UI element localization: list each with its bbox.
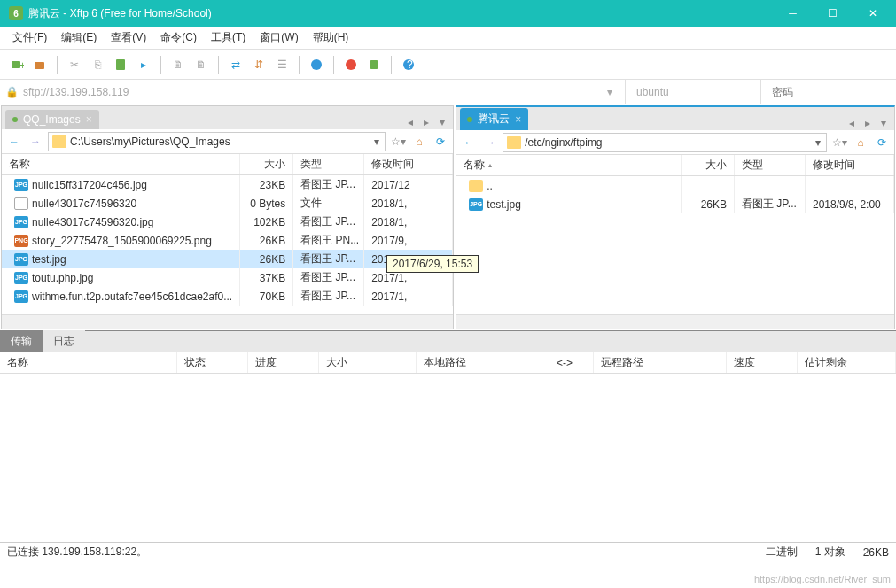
menu-view[interactable]: 查看(V) bbox=[104, 27, 153, 49]
path-dropdown-icon[interactable]: ▾ bbox=[372, 135, 381, 148]
tcol-name[interactable]: 名称 bbox=[0, 352, 177, 373]
forward-icon[interactable]: → bbox=[27, 133, 44, 151]
globe-icon[interactable] bbox=[307, 55, 326, 74]
titlebar: 6 腾讯云 - Xftp 6 (Free for Home/School) ─ … bbox=[0, 0, 896, 27]
star-icon[interactable]: ☆▾ bbox=[389, 133, 407, 151]
col-date[interactable]: 修改时间 bbox=[364, 154, 453, 174]
star-icon[interactable]: ☆▾ bbox=[830, 134, 848, 151]
file-date bbox=[806, 176, 894, 195]
local-path-box[interactable]: C:\Users\my\Pictures\QQ_Images ▾ bbox=[48, 132, 386, 151]
transfer-icon[interactable]: ⇵ bbox=[249, 55, 269, 74]
addressbar: 🔒 sftp://139.199.158.119 ▾ bbox=[0, 80, 896, 104]
sync-icon[interactable]: ⇄ bbox=[226, 55, 245, 74]
txt-icon bbox=[14, 197, 28, 210]
col-name[interactable]: 名称 bbox=[2, 154, 240, 174]
tcol-arrow[interactable]: <-> bbox=[549, 352, 594, 373]
doc1-icon[interactable]: 🗎 bbox=[168, 55, 188, 74]
menu-tools[interactable]: 工具(T) bbox=[204, 27, 253, 49]
svg-rect-6 bbox=[370, 60, 378, 69]
separator bbox=[57, 56, 58, 74]
back-icon[interactable]: ← bbox=[460, 134, 478, 151]
help-icon[interactable]: ? bbox=[399, 55, 418, 74]
doc2-icon[interactable]: 🗎 bbox=[191, 55, 211, 74]
col-name[interactable]: 名称▴ bbox=[456, 155, 682, 175]
tab-next-icon[interactable]: ▸ bbox=[419, 115, 433, 129]
menu-cmd[interactable]: 命令(C) bbox=[153, 27, 204, 49]
file-row[interactable]: JPGtest.jpg26KB看图王 JP...2017/6 bbox=[2, 250, 453, 268]
local-tabs: QQ_Images × ◂ ▸ ▾ bbox=[2, 106, 453, 129]
minimize-button[interactable]: ─ bbox=[773, 0, 813, 27]
local-tab[interactable]: QQ_Images × bbox=[5, 110, 99, 129]
refresh-icon[interactable]: ⟳ bbox=[432, 133, 449, 151]
cut-icon[interactable]: ✂ bbox=[65, 55, 84, 74]
new-session-icon[interactable]: + bbox=[7, 55, 27, 74]
col-date[interactable]: 修改时间 bbox=[806, 155, 894, 175]
password-field[interactable] bbox=[767, 82, 891, 102]
tab-close-icon[interactable]: × bbox=[86, 113, 92, 126]
remote-file-list[interactable]: ..JPGtest.jpg26KB看图王 JP...2018/9/8, 2:00 bbox=[456, 176, 894, 314]
tcol-size[interactable]: 大小 bbox=[319, 352, 417, 373]
file-row[interactable]: nulle43017c745963200 Bytes文件2018/1, bbox=[2, 194, 453, 213]
file-row[interactable]: JPGtoutu.php.jpg37KB看图王 JP...2017/1, bbox=[2, 268, 453, 287]
separator bbox=[760, 80, 761, 104]
paste-icon[interactable] bbox=[111, 55, 130, 74]
local-file-list[interactable]: JPGnullc15ff317204c456.jpg23KB看图王 JP...2… bbox=[2, 175, 453, 314]
menu-help[interactable]: 帮助(H) bbox=[306, 27, 356, 49]
address-url[interactable]: sftp://139.199.158.119 bbox=[23, 86, 595, 98]
back-icon[interactable]: ← bbox=[5, 133, 23, 151]
file-date: 2018/1, bbox=[364, 213, 453, 231]
file-row[interactable]: PNGstory_22775478_1505900069225.png26KB看… bbox=[2, 231, 453, 250]
menu-edit[interactable]: 编辑(E) bbox=[54, 27, 104, 49]
log-tab[interactable]: 日志 bbox=[43, 330, 85, 352]
status-objects: 1 对象 bbox=[815, 545, 845, 560]
jpg-icon: JPG bbox=[14, 290, 28, 303]
username-field[interactable] bbox=[631, 82, 755, 102]
menu-window[interactable]: 窗口(W) bbox=[253, 27, 305, 49]
red-circle-icon[interactable] bbox=[341, 55, 361, 74]
tab-menu-icon[interactable]: ▾ bbox=[877, 116, 891, 130]
play-icon[interactable]: ▸ bbox=[134, 55, 153, 74]
col-type[interactable]: 类型 bbox=[293, 154, 364, 174]
open-session-icon[interactable] bbox=[30, 55, 50, 74]
green-square-icon[interactable] bbox=[364, 55, 384, 74]
scrollbar[interactable] bbox=[2, 314, 453, 329]
tcol-remote[interactable]: 远程路径 bbox=[594, 352, 727, 373]
tcol-speed[interactable]: 速度 bbox=[727, 352, 798, 373]
tcol-local[interactable]: 本地路径 bbox=[417, 352, 549, 373]
address-dropdown-icon[interactable]: ▾ bbox=[600, 86, 619, 98]
home-icon[interactable]: ⌂ bbox=[410, 133, 428, 151]
separator bbox=[160, 56, 161, 74]
col-type[interactable]: 类型 bbox=[735, 155, 806, 175]
file-row[interactable]: JPGnullc15ff317204c456.jpg23KB看图王 JP...2… bbox=[2, 175, 453, 194]
file-row[interactable]: JPGtest.jpg26KB看图王 JP...2018/9/8, 2:00 bbox=[456, 195, 894, 213]
menu-file[interactable]: 文件(F) bbox=[5, 27, 54, 49]
list-icon[interactable]: ☰ bbox=[272, 55, 292, 74]
close-button[interactable]: ✕ bbox=[853, 0, 892, 27]
tab-close-icon[interactable]: × bbox=[515, 113, 521, 126]
forward-icon[interactable]: → bbox=[481, 134, 499, 151]
remote-path-box[interactable]: /etc/nginx/ftpimg ▾ bbox=[503, 133, 827, 152]
tab-prev-icon[interactable]: ◂ bbox=[403, 115, 417, 129]
tab-prev-icon[interactable]: ◂ bbox=[845, 116, 859, 130]
path-dropdown-icon[interactable]: ▾ bbox=[814, 136, 822, 149]
file-type bbox=[735, 176, 806, 195]
file-row[interactable]: JPGwithme.fun.t2p.outafc7ee45c61dcae2af0… bbox=[2, 287, 453, 306]
scrollbar[interactable] bbox=[456, 314, 894, 329]
tab-next-icon[interactable]: ▸ bbox=[861, 116, 875, 130]
tab-menu-icon[interactable]: ▾ bbox=[435, 115, 449, 129]
transfer-tab[interactable]: 传输 bbox=[0, 330, 43, 352]
file-row[interactable]: .. bbox=[456, 176, 894, 195]
watermark: https://blog.csdn.net/River_sum bbox=[754, 574, 891, 584]
copy-icon[interactable]: ⎘ bbox=[88, 55, 107, 74]
tcol-eta[interactable]: 估计剩余 bbox=[798, 352, 896, 373]
col-size[interactable]: 大小 bbox=[682, 155, 735, 175]
folder-icon bbox=[469, 180, 483, 192]
col-size[interactable]: 大小 bbox=[240, 154, 293, 174]
tcol-status[interactable]: 状态 bbox=[177, 352, 248, 373]
file-row[interactable]: JPGnulle43017c74596320.jpg102KB看图王 JP...… bbox=[2, 213, 453, 231]
home-icon[interactable]: ⌂ bbox=[852, 134, 869, 151]
remote-tab[interactable]: 腾讯云 × bbox=[460, 108, 528, 130]
tcol-progress[interactable]: 进度 bbox=[248, 352, 319, 373]
refresh-icon[interactable]: ⟳ bbox=[873, 134, 891, 151]
maximize-button[interactable]: ☐ bbox=[813, 0, 853, 27]
